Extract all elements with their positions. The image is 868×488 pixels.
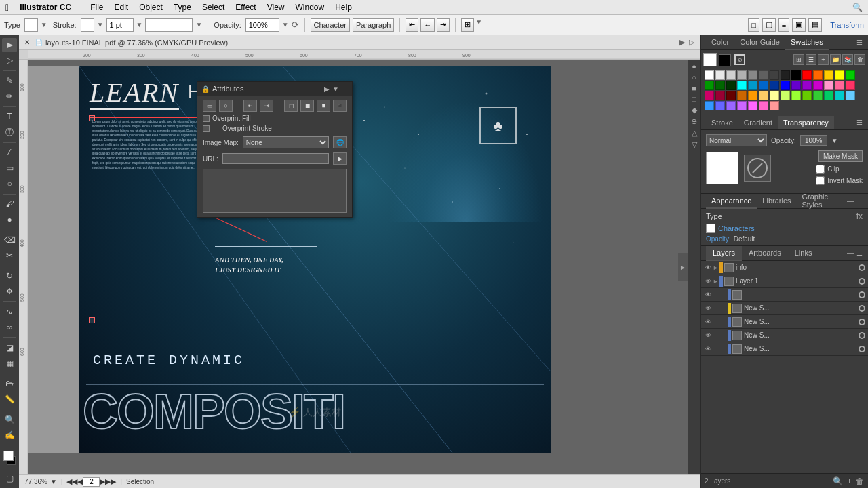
side-icon-4[interactable]: □	[692, 95, 696, 103]
swatch-cell-9[interactable]	[802, 70, 812, 80]
overprint-fill-check-box[interactable]	[203, 115, 210, 122]
page-prev-btn[interactable]: ◀	[77, 477, 83, 486]
layer-dot-3[interactable]	[859, 305, 865, 312]
swatch-cell-5[interactable]	[759, 70, 768, 80]
menu-effect[interactable]: Effect	[230, 0, 261, 15]
page-back-btn[interactable]: ◀◀	[66, 477, 77, 486]
swatch-cell-22[interactable]	[791, 81, 801, 90]
url-go-btn[interactable]: ▶	[333, 152, 347, 165]
line-tool[interactable]: ∕	[2, 146, 17, 160]
tab-color-guide[interactable]: Color Guide	[734, 35, 785, 50]
text-column-left[interactable]: Lorem ipsum dolor sit amet, consectetur …	[90, 117, 208, 317]
ellipse-tool[interactable]: ○	[2, 177, 17, 191]
delete-layer-btn[interactable]: 🗑	[856, 476, 864, 486]
swatch-view-list[interactable]: ☰	[806, 54, 816, 65]
fill-color-box[interactable]	[24, 18, 38, 32]
swatch-cell-1[interactable]	[715, 70, 725, 80]
swatch-folder[interactable]: 📁	[830, 54, 841, 65]
rect-tool[interactable]: ▭	[2, 161, 17, 176]
swatch-cell-44[interactable]	[726, 101, 736, 110]
panel-menu-btn[interactable]: ☰	[856, 39, 863, 46]
side-icon-8[interactable]: ▽	[692, 140, 697, 149]
side-icon-5[interactable]: ◆	[692, 106, 697, 115]
swatch-cell-10[interactable]	[813, 70, 823, 80]
fx-icon[interactable]: fx	[856, 211, 863, 221]
menu-edit[interactable]: Edit	[108, 0, 134, 15]
transparency-swatch[interactable]	[706, 152, 738, 184]
stroke-panel-menu[interactable]: ☰	[856, 119, 863, 126]
tab-libraries[interactable]: Libraries	[757, 194, 796, 209]
dialog-menu-btn[interactable]: ☰	[342, 85, 348, 93]
swatch-cell-2[interactable]	[726, 70, 736, 80]
attr-corner-icon3[interactable]: ◽	[317, 100, 330, 112]
scissor-tool[interactable]: ✂	[2, 249, 17, 263]
swatch-cell-30[interactable]	[726, 91, 736, 100]
layer-expand-1[interactable]: ►	[713, 278, 719, 285]
pen-tool[interactable]: ✎	[2, 74, 17, 88]
tab-graphic-styles[interactable]: Graphic Styles	[797, 194, 847, 209]
swatch-cell-12[interactable]	[835, 70, 844, 80]
dialog-expand-btn[interactable]: ▼	[332, 85, 339, 93]
characters-link[interactable]: Characters	[718, 224, 755, 232]
overprint-stroke-check-box[interactable]	[203, 125, 210, 132]
paragraph-button[interactable]: Paragraph	[353, 18, 394, 32]
more-btn[interactable]: ▤	[808, 18, 822, 32]
new-layer-btn[interactable]: +	[847, 476, 852, 486]
tab-layers[interactable]: Layers	[706, 246, 742, 261]
swatch-cell-17[interactable]	[737, 81, 747, 90]
side-icon-2[interactable]: ○	[692, 73, 696, 81]
canvas-viewport[interactable]: LEARN HOW TO ♣ Lorem ipsum dolor sit ame…	[28, 60, 688, 474]
no-color-btn[interactable]: ⊘	[734, 54, 745, 65]
zoom-dropdown-icon[interactable]: ▼	[50, 478, 57, 485]
menu-window[interactable]: Window	[290, 0, 330, 15]
swatch-cell-3[interactable]	[737, 70, 747, 80]
mesh-tool[interactable]: ▦	[2, 356, 17, 370]
area-type-tool[interactable]: Ⓣ	[2, 125, 17, 140]
stroke-panel-minimize[interactable]: —	[847, 119, 854, 126]
swatch-cell-7[interactable]	[781, 70, 790, 80]
type-tool[interactable]: T	[2, 110, 17, 124]
search-layer-btn[interactable]: 🔍	[833, 476, 843, 486]
layer-dot-2[interactable]	[859, 291, 865, 298]
distribute-btn1[interactable]: ⊞	[461, 18, 474, 32]
arrange-btn[interactable]: □	[748, 18, 760, 32]
image-map-browser-btn[interactable]: 🌐	[333, 136, 347, 148]
swatch-cell-46[interactable]	[748, 101, 757, 110]
swatch-cell-19[interactable]	[759, 81, 768, 90]
swatch-cell-8[interactable]	[791, 70, 801, 80]
swatch-cell-45[interactable]	[737, 101, 747, 110]
tab-gradient[interactable]: Gradient	[738, 116, 778, 129]
layer-visibility-1[interactable]: 👁	[703, 277, 713, 286]
swatch-cell-26[interactable]	[835, 81, 844, 90]
swatch-cell-20[interactable]	[770, 81, 779, 90]
tab-appearance[interactable]: Appearance	[706, 194, 757, 209]
layer-row-5[interactable]: 👁 New S...	[701, 329, 868, 342]
page-next-btn[interactable]: ▶	[100, 477, 105, 486]
swatch-cell-14[interactable]	[705, 81, 714, 90]
swatch-cell-13[interactable]	[846, 70, 855, 80]
clip-checkbox[interactable]	[816, 165, 825, 174]
swatch-cell-27[interactable]	[846, 81, 855, 90]
layer-visibility-3[interactable]: 👁	[703, 304, 713, 313]
appearance-min-btn[interactable]: —	[847, 197, 854, 205]
stroke-weight-input[interactable]: 1 pt	[106, 18, 134, 32]
menu-view[interactable]: View	[262, 0, 290, 15]
side-icon-1[interactable]: ●	[692, 62, 696, 70]
swatch-cell-41[interactable]	[846, 91, 855, 100]
swatch-cell-42[interactable]	[705, 101, 714, 110]
align-left-btn[interactable]: ⇤	[406, 18, 418, 32]
swatch-cell-4[interactable]	[748, 70, 757, 80]
layer-visibility-5[interactable]: 👁	[703, 331, 713, 340]
attr-circle-icon[interactable]: ○	[219, 100, 233, 112]
eraser-tool[interactable]: ⌫	[2, 233, 17, 247]
side-icon-3[interactable]: ■	[692, 84, 696, 92]
app-name[interactable]: Illustrator CC	[14, 0, 77, 15]
menu-help[interactable]: Help	[330, 0, 357, 15]
make-mask-button[interactable]: Make Mask	[818, 150, 863, 162]
blob-brush-tool[interactable]: ●	[2, 213, 17, 227]
swatch-cell-11[interactable]	[824, 70, 833, 80]
attr-corner-icon1[interactable]: ◻	[284, 100, 298, 112]
layer-visibility-0[interactable]: 👁	[703, 263, 713, 272]
layer-row-3[interactable]: 👁 New S...	[701, 302, 868, 315]
swatch-cell-33[interactable]	[759, 91, 768, 100]
